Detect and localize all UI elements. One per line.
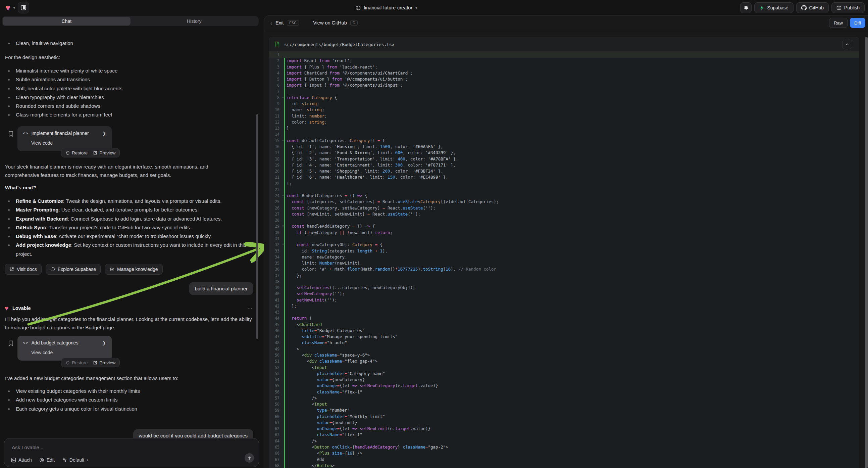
fold-chevron-icon[interactable] [279,211,286,217]
fold-chevron-icon[interactable] [279,260,286,266]
fold-chevron-icon[interactable] [279,328,286,334]
edit-mode-button[interactable]: Edit [39,457,55,463]
fold-chevron-icon[interactable] [279,254,286,260]
collapse-file-button[interactable] [842,39,852,49]
fold-chevron-icon[interactable] [279,315,286,321]
chevron-down-icon[interactable]: ▾ [13,6,15,10]
fold-chevron-icon[interactable] [279,82,286,88]
fold-chevron-icon[interactable] [279,107,286,113]
fold-chevron-icon[interactable] [279,144,286,150]
fold-chevron-icon[interactable] [279,420,286,426]
fold-chevron-icon[interactable] [279,401,286,407]
fold-chevron-icon[interactable] [279,358,286,364]
fold-chevron-icon[interactable] [279,285,286,291]
tab-history[interactable]: History [130,17,258,26]
fold-chevron-icon[interactable] [279,309,286,315]
fold-chevron-icon[interactable] [279,168,286,174]
fold-chevron-icon[interactable] [279,450,286,456]
fold-chevron-icon[interactable] [279,205,286,211]
fold-chevron-icon[interactable] [279,371,286,377]
fold-chevron-icon[interactable] [279,162,286,168]
fold-chevron-icon[interactable] [279,340,286,346]
manage-knowledge-button[interactable]: Manage knowledge [105,264,162,274]
attach-button[interactable]: Attach [11,457,32,463]
lovable-logo-heart-icon[interactable]: ♥ [5,3,10,12]
chat-scroll-area[interactable]: Clean, intuitive navigation For the desi… [0,27,261,468]
fold-chevron-icon[interactable]: ∨ [279,223,286,229]
fold-chevron-icon[interactable] [279,230,286,236]
diff-toggle-button[interactable]: Diff [850,18,865,28]
fold-chevron-icon[interactable] [279,322,286,328]
version-card-implement-financial-planner[interactable]: <> Implement financial planner ❯ View co… [18,126,112,151]
preview-button[interactable]: Preview [93,150,116,155]
fold-chevron-icon[interactable] [279,279,286,285]
fold-chevron-icon[interactable] [279,364,286,371]
view-code-link[interactable]: View code [31,140,53,146]
explore-supabase-button[interactable]: Explore Supabase [45,264,101,274]
fold-chevron-icon[interactable] [279,352,286,358]
fold-chevron-icon[interactable] [279,297,286,303]
fold-chevron-icon[interactable] [279,64,286,70]
fold-chevron-icon[interactable]: ∨ [279,138,286,144]
fold-chevron-icon[interactable] [279,113,286,119]
fold-chevron-icon[interactable] [279,101,286,107]
code-editor[interactable]: 12import React from 'react';3import { Pl… [269,52,859,468]
fold-chevron-icon[interactable] [279,52,286,58]
publish-button[interactable]: Publish [831,2,865,13]
fold-chevron-icon[interactable] [279,199,286,205]
fold-chevron-icon[interactable] [279,89,286,95]
settings-button[interactable] [740,2,751,13]
fold-chevron-icon[interactable] [279,414,286,420]
bookmark-icon[interactable] [8,131,13,137]
fold-chevron-icon[interactable] [279,248,286,254]
bookmark-icon[interactable] [8,341,13,347]
supabase-button[interactable]: Supabase [754,2,793,13]
fold-chevron-icon[interactable] [279,58,286,64]
fold-chevron-icon[interactable] [279,70,286,76]
send-button[interactable] [245,453,254,463]
fold-chevron-icon[interactable] [279,426,286,432]
fold-chevron-icon[interactable] [279,150,286,156]
fold-chevron-icon[interactable] [279,389,286,395]
fold-chevron-icon[interactable] [279,407,286,413]
fold-chevron-icon[interactable]: ∨ [279,193,286,199]
fold-chevron-icon[interactable] [279,303,286,309]
view-on-github-button[interactable]: View on GitHub [313,20,347,26]
file-header[interactable]: src/components/budget/BudgetCategories.t… [269,37,859,52]
visit-docs-button[interactable]: Visit docs [5,264,41,274]
github-button[interactable]: GitHub [796,2,829,13]
restore-button[interactable]: Restore [65,150,88,155]
fold-chevron-icon[interactable] [279,217,286,223]
fold-chevron-icon[interactable] [279,187,286,193]
mode-selector[interactable]: Default ▾ [62,457,88,463]
fold-chevron-icon[interactable] [279,131,286,137]
fold-chevron-icon[interactable] [279,174,286,180]
fold-chevron-icon[interactable] [279,457,286,463]
raw-toggle-button[interactable]: Raw [829,18,847,28]
chat-scrollbar[interactable] [256,114,258,339]
restore-button[interactable]: Restore [65,360,88,365]
fold-chevron-icon[interactable] [279,395,286,401]
fold-chevron-icon[interactable] [279,444,286,450]
fold-chevron-icon[interactable] [279,156,286,162]
panel-toggle-button[interactable] [18,2,29,13]
preview-button[interactable]: Preview [93,360,116,365]
fold-chevron-icon[interactable] [279,76,286,82]
prompt-input-box[interactable]: Ask Lovable... Attach Edit Default ▾ [4,438,259,467]
fold-chevron-icon[interactable] [279,334,286,340]
fold-chevron-icon[interactable] [279,463,286,468]
fold-chevron-icon[interactable] [279,377,286,383]
fold-chevron-icon[interactable] [279,273,286,279]
fold-chevron-icon[interactable] [279,236,286,242]
fold-chevron-icon[interactable] [279,383,286,389]
fold-chevron-icon[interactable] [279,119,286,125]
code-scrollbar[interactable] [865,37,868,468]
project-switcher[interactable]: financial-future-creator ▾ [355,0,417,16]
fold-chevron-icon[interactable] [279,346,286,352]
fold-chevron-icon[interactable] [279,438,286,444]
fold-chevron-icon[interactable] [279,291,286,297]
fold-chevron-icon[interactable] [279,266,286,272]
fold-chevron-icon[interactable] [279,432,286,438]
fold-chevron-icon[interactable] [279,125,286,131]
fold-chevron-icon[interactable]: ∨ [279,95,286,101]
